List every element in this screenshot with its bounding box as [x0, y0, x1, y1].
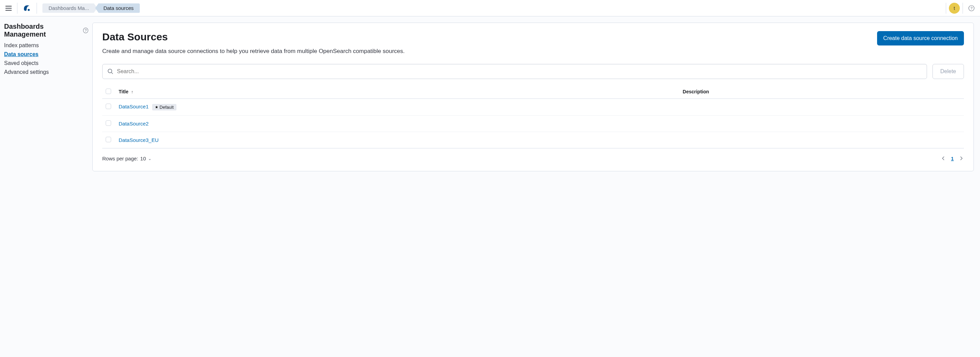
- row-title-cell: DataSource1★Default: [116, 99, 680, 115]
- search-row: Delete: [102, 64, 964, 79]
- page-number-current[interactable]: 1: [951, 156, 954, 161]
- sidebar-help-button[interactable]: ?: [83, 28, 88, 33]
- data-sources-table: Title ↑ Description DataSource1★DefaultD…: [102, 85, 964, 148]
- chevron-right-icon: [960, 156, 963, 160]
- column-header-title-label: Title: [119, 89, 129, 94]
- sidebar-title: Dashboards Management: [4, 22, 80, 38]
- help-icon: ?: [968, 5, 975, 11]
- sidebar-item-data-sources[interactable]: Data sources: [4, 51, 88, 57]
- row-description-cell: [680, 115, 964, 132]
- main-panel: Data Sources Create and manage data sour…: [92, 22, 974, 171]
- default-badge-label: Default: [160, 105, 174, 110]
- sidebar-title-row: Dashboards Management ?: [4, 22, 88, 38]
- app-logo[interactable]: [22, 3, 32, 14]
- sidebar-item-advanced-settings[interactable]: Advanced settings: [4, 69, 88, 75]
- table-row: DataSource2: [102, 115, 964, 132]
- main-header-text: Data Sources Create and manage data sour…: [102, 31, 410, 56]
- rows-per-page-selector[interactable]: Rows per page: 10 ⌄: [102, 156, 151, 161]
- select-all-header: [102, 85, 116, 99]
- star-icon: ★: [155, 105, 158, 110]
- data-source-link[interactable]: DataSource1: [119, 104, 149, 110]
- svg-line-4: [111, 72, 113, 74]
- divider: [946, 3, 946, 14]
- select-all-checkbox[interactable]: [106, 89, 111, 94]
- table-row: DataSource3_EU: [102, 132, 964, 148]
- search-box[interactable]: [102, 64, 927, 79]
- sidebar-nav: Index patterns Data sources Saved object…: [4, 42, 88, 75]
- opensearch-logo-icon: [22, 4, 32, 13]
- pagination: 1: [941, 155, 964, 163]
- table-footer: Rows per page: 10 ⌄ 1: [102, 148, 964, 163]
- help-button[interactable]: ?: [966, 2, 977, 14]
- data-source-link[interactable]: DataSource2: [119, 121, 149, 126]
- row-checkbox-cell: [102, 115, 116, 132]
- sidebar-item-saved-objects[interactable]: Saved objects: [4, 60, 88, 66]
- breadcrumb: Dashboards Ma... Data sources: [42, 3, 140, 13]
- sidebar-item-index-patterns[interactable]: Index patterns: [4, 42, 88, 49]
- delete-button[interactable]: Delete: [932, 64, 964, 79]
- divider: [37, 3, 37, 14]
- app-body: Dashboards Management ? Index patterns D…: [0, 16, 980, 177]
- table-header-row: Title ↑ Description: [102, 85, 964, 99]
- next-page-button[interactable]: [958, 155, 964, 163]
- row-description-cell: [680, 132, 964, 148]
- hamburger-menu-button[interactable]: [3, 2, 14, 14]
- prev-page-button[interactable]: [941, 155, 946, 163]
- column-header-description[interactable]: Description: [680, 85, 964, 99]
- chevron-down-icon: ⌄: [148, 156, 151, 161]
- row-title-cell: DataSource3_EU: [116, 132, 680, 148]
- search-input[interactable]: [117, 69, 922, 75]
- default-badge: ★Default: [152, 104, 177, 110]
- row-checkbox-cell: [102, 132, 116, 148]
- chevron-left-icon: [942, 156, 945, 160]
- hamburger-icon: [5, 6, 12, 11]
- table-row: DataSource1★Default: [102, 99, 964, 115]
- data-source-link[interactable]: DataSource3_EU: [119, 137, 159, 143]
- rows-per-page-value: 10: [140, 156, 146, 161]
- page-title: Data Sources: [102, 31, 410, 43]
- row-checkbox-cell: [102, 99, 116, 115]
- page-description: Create and manage data source connection…: [102, 47, 410, 56]
- divider: [963, 3, 963, 14]
- create-data-source-button[interactable]: Create data source connection: [877, 31, 964, 45]
- column-header-title[interactable]: Title ↑: [116, 85, 680, 99]
- svg-point-0: [28, 9, 30, 11]
- svg-text:?: ?: [970, 6, 972, 10]
- user-avatar[interactable]: t: [949, 3, 960, 14]
- row-description-cell: [680, 99, 964, 115]
- svg-point-3: [108, 69, 112, 73]
- sidebar: Dashboards Management ? Index patterns D…: [0, 16, 92, 177]
- top-bar-right: t ?: [943, 2, 977, 14]
- sort-ascending-icon: ↑: [131, 89, 133, 94]
- breadcrumb-current: Data sources: [95, 3, 140, 13]
- top-bar-left: Dashboards Ma... Data sources: [3, 2, 943, 14]
- row-title-cell: DataSource2: [116, 115, 680, 132]
- row-checkbox[interactable]: [106, 137, 111, 142]
- rows-per-page-label: Rows per page:: [102, 156, 138, 161]
- row-checkbox[interactable]: [106, 120, 111, 126]
- top-bar: Dashboards Ma... Data sources t ?: [0, 0, 980, 16]
- search-icon: [107, 69, 113, 75]
- divider: [17, 3, 18, 14]
- row-checkbox[interactable]: [106, 104, 111, 109]
- main-header: Data Sources Create and manage data sour…: [102, 31, 964, 56]
- breadcrumb-parent[interactable]: Dashboards Ma...: [42, 3, 97, 13]
